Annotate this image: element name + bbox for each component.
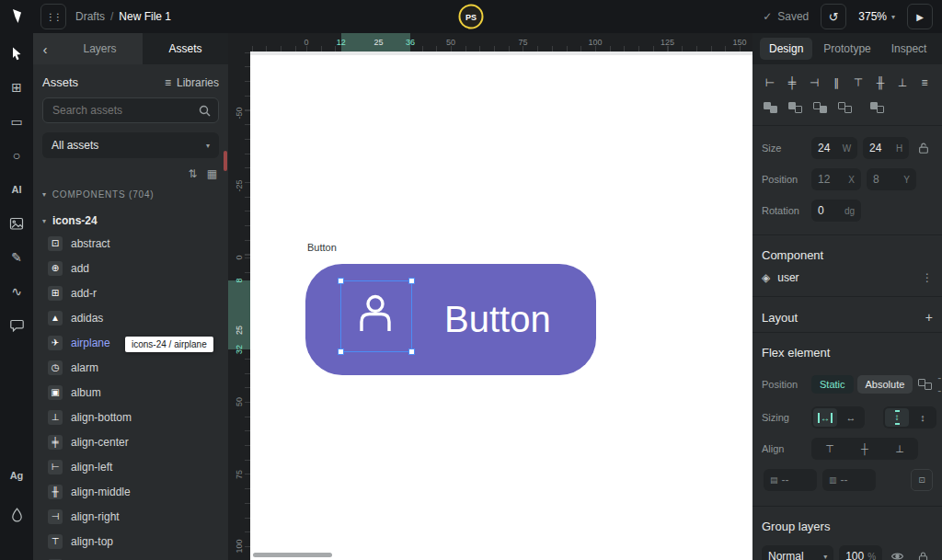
distribute-horizontal-icon[interactable]: ∥ bbox=[828, 76, 844, 89]
asset-item-add-r[interactable]: ⊞add-r bbox=[33, 280, 228, 305]
component-menu-icon[interactable]: ⋮ bbox=[922, 271, 933, 284]
position-absolute-button[interactable]: Absolute bbox=[857, 375, 913, 394]
sort-icon[interactable]: ⇅ bbox=[189, 167, 198, 180]
breadcrumb-project[interactable]: Drafts bbox=[75, 10, 105, 23]
align-center-horizontal-icon[interactable]: ╪ bbox=[784, 76, 800, 89]
pointer-icon bbox=[10, 47, 23, 61]
tab-layers[interactable]: Layers bbox=[57, 33, 143, 64]
z-index-value[interactable]: -- bbox=[937, 371, 941, 397]
avatar[interactable]: PS bbox=[459, 5, 484, 29]
rect-tool[interactable]: ▭ bbox=[5, 109, 29, 133]
margin-horizontal-input[interactable]: ▥ -- bbox=[822, 469, 876, 491]
collapse-sidebar-button[interactable]: ‹ bbox=[33, 33, 57, 64]
history-button[interactable]: ↺ bbox=[821, 4, 846, 29]
align-right-icon[interactable]: ⊣ bbox=[806, 76, 822, 89]
canvas-horizontal-scrollbar[interactable] bbox=[253, 553, 332, 557]
selection-box[interactable] bbox=[340, 280, 412, 352]
visibility-button[interactable] bbox=[888, 546, 907, 560]
align-top-icon[interactable]: ⊤ bbox=[850, 76, 867, 89]
pointer-tool[interactable] bbox=[5, 41, 29, 65]
position-static-button[interactable]: Static bbox=[811, 375, 854, 394]
asset-item-align-middle[interactable]: ╫align-middle bbox=[33, 479, 228, 504]
comment-tool[interactable] bbox=[5, 314, 29, 337]
colors-tool[interactable] bbox=[5, 503, 29, 527]
width-auto-button[interactable]: ↔ bbox=[839, 408, 863, 427]
lock-proportion-button[interactable] bbox=[914, 138, 933, 158]
asset-item-album[interactable]: ▣album bbox=[33, 380, 228, 405]
boolean-difference-icon[interactable] bbox=[788, 102, 802, 113]
align-left-icon[interactable]: ⊢ bbox=[762, 76, 778, 89]
asset-item-add[interactable]: ⊕add bbox=[33, 256, 228, 280]
components-section-header[interactable]: ▾ COMPONENTS (704) bbox=[33, 182, 228, 207]
asset-item-anchor[interactable]: ⚓anchor bbox=[33, 554, 228, 560]
component-row[interactable]: ◈ user ⋮ bbox=[752, 269, 942, 296]
search-input[interactable] bbox=[51, 103, 193, 118]
align-self-center-button[interactable]: ┼ bbox=[848, 440, 881, 458]
object-label[interactable]: Button bbox=[307, 242, 337, 253]
sidebar-scrollbar[interactable] bbox=[224, 151, 227, 171]
breadcrumb-file[interactable]: New File 1 bbox=[119, 10, 171, 23]
rotation-input[interactable]: 0 dg bbox=[811, 200, 861, 222]
tab-inspect[interactable]: Inspect bbox=[882, 38, 936, 60]
asset-item-align-bottom[interactable]: ⊥align-bottom bbox=[33, 405, 228, 429]
asset-item-align-right[interactable]: ⊣align-right bbox=[33, 504, 228, 529]
boolean-intersection-icon[interactable] bbox=[813, 102, 827, 113]
height-auto-button[interactable]: ↕ bbox=[911, 408, 935, 427]
libraries-button[interactable]: ≡ Libraries bbox=[165, 76, 219, 89]
margin-options-button[interactable]: ⊡ bbox=[911, 469, 933, 491]
boolean-exclude-icon[interactable] bbox=[838, 102, 852, 113]
group-header-icons-24[interactable]: ▾ icons-24 bbox=[33, 207, 228, 231]
grid-view-icon[interactable]: ▦ bbox=[207, 167, 217, 180]
asset-item-adidas[interactable]: ▲adidas bbox=[33, 305, 228, 330]
selection-handle-top-right[interactable] bbox=[408, 278, 415, 284]
align-bottom-icon[interactable]: ⊥ bbox=[894, 76, 911, 89]
path-tool[interactable]: ∿ bbox=[5, 280, 29, 303]
tab-assets[interactable]: Assets bbox=[143, 33, 228, 64]
canvas[interactable]: 01225365075100125150 -50-250825325075100… bbox=[228, 33, 752, 560]
asset-item-align-top[interactable]: ⊤align-top bbox=[33, 529, 228, 554]
tab-prototype[interactable]: Prototype bbox=[814, 38, 879, 60]
asset-item-abstract[interactable]: ⊡abstract bbox=[33, 231, 228, 256]
width-fix-button[interactable]: ↔ bbox=[813, 408, 837, 427]
v-ruler-label: 100 bbox=[235, 539, 244, 553]
distribute-vertical-icon[interactable]: ≡ bbox=[916, 76, 933, 89]
width-input[interactable]: 24 W bbox=[811, 137, 857, 159]
text-tool[interactable]: AI bbox=[5, 177, 29, 201]
opacity-input[interactable]: 100 % bbox=[839, 545, 882, 560]
align-self-start-button[interactable]: ⊤ bbox=[813, 440, 846, 458]
z-index-icon[interactable] bbox=[918, 374, 932, 394]
selection-handle-bottom-left[interactable] bbox=[338, 349, 344, 355]
selection-handle-top-left[interactable] bbox=[338, 278, 344, 284]
ellipse-tool[interactable]: ○ bbox=[5, 143, 29, 167]
tab-design[interactable]: Design bbox=[760, 38, 812, 60]
image-tool[interactable] bbox=[5, 211, 29, 235]
height-input[interactable]: 24 H bbox=[863, 137, 909, 159]
x-input[interactable]: 12 X bbox=[811, 168, 861, 190]
pencil-tool[interactable]: ✎ bbox=[5, 246, 29, 269]
align-center-vertical-icon[interactable]: ╫ bbox=[872, 76, 889, 89]
boolean-union-icon[interactable] bbox=[764, 102, 777, 113]
ellipse-icon: ○ bbox=[13, 148, 20, 163]
y-input[interactable]: 8 Y bbox=[867, 168, 916, 190]
asset-item-align-center[interactable]: ╪align-center bbox=[33, 429, 228, 454]
penpot-logo[interactable] bbox=[0, 0, 33, 33]
lock-layer-button[interactable] bbox=[913, 546, 933, 560]
asset-item-align-left[interactable]: ⊢align-left bbox=[33, 454, 228, 479]
height-fix-button[interactable]: ↕ bbox=[885, 408, 909, 427]
zoom-control[interactable]: 375% ▾ bbox=[858, 10, 895, 23]
button-component-text[interactable]: Button bbox=[444, 294, 551, 344]
margin-vertical-input[interactable]: ▤ -- bbox=[764, 469, 817, 491]
blend-mode-select[interactable]: Normal ▾ bbox=[762, 545, 833, 560]
flatten-icon[interactable] bbox=[870, 102, 884, 113]
asset-item-alarm[interactable]: ◷alarm bbox=[33, 355, 228, 380]
asset-filter-select[interactable]: All assets ▾ bbox=[42, 132, 219, 158]
add-layout-button[interactable]: + bbox=[925, 310, 933, 325]
flex-sizing-label: Sizing bbox=[762, 412, 806, 423]
v-ruler-label: 50 bbox=[235, 397, 244, 406]
selection-handle-bottom-right[interactable] bbox=[408, 349, 415, 355]
present-button[interactable]: ▶ bbox=[907, 4, 933, 29]
board-tool[interactable]: ⊞ bbox=[5, 75, 29, 99]
typographies-tool[interactable]: Ag bbox=[5, 463, 29, 487]
main-menu-button[interactable]: ⋮⋮ bbox=[40, 4, 66, 29]
align-self-end-button[interactable]: ⊥ bbox=[883, 440, 916, 458]
